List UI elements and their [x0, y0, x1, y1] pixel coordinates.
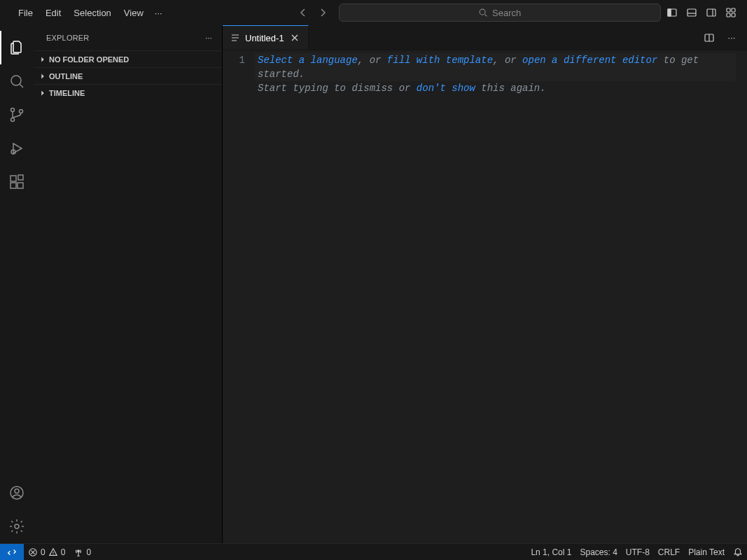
status-bar: 0 0 0 Ln 1, Col 1 Spaces: 4 UTF-8 CRLF P…	[0, 543, 747, 560]
radio-tower-icon	[74, 547, 83, 557]
editor-hint-text: , or	[358, 55, 387, 66]
activity-source-control[interactable]	[0, 98, 34, 132]
editor-hint-open-editor-link[interactable]: open a different editor	[522, 55, 657, 66]
files-icon	[8, 39, 25, 56]
gear-icon	[8, 518, 25, 535]
svg-point-13	[20, 110, 23, 113]
command-center-search[interactable]: Search	[339, 4, 661, 22]
editor-body[interactable]: 1 Select a language, or fill with templa…	[223, 50, 747, 543]
menu-file[interactable]: File	[13, 5, 39, 21]
tab-title: Untitled-1	[245, 33, 284, 43]
menu-edit[interactable]: Edit	[40, 5, 67, 21]
activity-run-debug[interactable]	[0, 132, 34, 165]
sidebar-section-timeline[interactable]: TIMELINE	[34, 84, 222, 101]
sidebar-section-label: OUTLINE	[49, 72, 83, 80]
menu-overflow[interactable]: ···	[151, 5, 167, 21]
tab-untitled-1[interactable]: Untitled-1	[223, 25, 309, 50]
sidebar-section-no-folder[interactable]: NO FOLDER OPENED	[34, 50, 222, 67]
sidebar-more-button[interactable]: ···	[202, 32, 215, 43]
svg-point-12	[11, 118, 15, 122]
tab-bar-actions: ···	[701, 25, 747, 50]
svg-rect-16	[11, 183, 16, 188]
svg-rect-18	[18, 175, 23, 180]
account-icon	[8, 484, 25, 501]
svg-rect-6	[732, 8, 735, 12]
customize-layout-button[interactable]	[722, 4, 739, 21]
editor-hint-text: Start typing to dismiss or	[258, 83, 417, 94]
search-placeholder: Search	[492, 8, 521, 18]
status-notifications[interactable]	[729, 544, 747, 560]
status-language-mode[interactable]: Plain Text	[684, 544, 729, 560]
toggle-primary-sidebar-button[interactable]	[664, 4, 680, 21]
sidebar-section-label: NO FOLDER OPENED	[49, 55, 129, 64]
sidebar-header: EXPLORER ···	[34, 25, 222, 50]
error-icon	[28, 547, 38, 557]
editor-hint-text: , or	[493, 55, 522, 66]
activity-accounts[interactable]	[0, 476, 34, 510]
editor-hint-select-language-link[interactable]: Select a language	[258, 55, 358, 66]
svg-point-20	[15, 489, 19, 493]
svg-rect-15	[11, 176, 16, 181]
status-warnings-count: 0	[61, 547, 66, 557]
status-ports[interactable]: 0	[69, 544, 95, 560]
nav-back-button[interactable]	[295, 5, 311, 20]
svg-point-11	[11, 108, 15, 112]
toggle-secondary-sidebar-button[interactable]	[703, 4, 720, 21]
editor-hint-fill-template-link[interactable]: fill with template	[387, 55, 493, 66]
menu-view[interactable]: View	[118, 5, 149, 21]
activity-settings[interactable]	[0, 510, 34, 543]
menu-bar: File Edit Selection View ···	[13, 5, 167, 21]
sidebar-section-outline[interactable]: OUTLINE	[34, 67, 222, 84]
status-cursor-position[interactable]: Ln 1, Col 1	[526, 544, 575, 560]
svg-rect-8	[732, 13, 735, 17]
nav-forward-button[interactable]	[315, 5, 330, 20]
editor-content[interactable]: Select a language, or fill with template…	[258, 53, 747, 543]
chevron-right-icon	[38, 88, 48, 98]
search-icon	[8, 73, 25, 90]
svg-point-21	[15, 524, 19, 528]
svg-point-0	[480, 9, 485, 15]
status-problems[interactable]: 0 0	[24, 544, 69, 560]
branch-icon	[8, 106, 25, 123]
status-errors-count: 0	[41, 547, 46, 557]
status-indentation[interactable]: Spaces: 4	[575, 544, 621, 560]
status-ports-count: 0	[86, 547, 91, 557]
explorer-sidebar: EXPLORER ··· NO FOLDER OPENED OUTLINE TI…	[34, 25, 223, 543]
line-number-gutter: 1	[223, 53, 258, 543]
tab-bar: Untitled-1 ···	[223, 25, 747, 50]
activity-explorer[interactable]	[0, 31, 34, 64]
status-eol[interactable]: CRLF	[654, 544, 684, 560]
layout-buttons	[664, 4, 739, 21]
chevron-right-icon	[38, 71, 48, 81]
svg-point-10	[11, 76, 21, 85]
remote-indicator[interactable]	[0, 544, 24, 561]
activity-extensions[interactable]	[0, 165, 34, 199]
svg-rect-4	[707, 9, 715, 16]
line-number: 1	[223, 53, 245, 67]
search-icon	[478, 8, 488, 18]
status-encoding[interactable]: UTF-8	[622, 544, 654, 560]
chevron-right-icon	[38, 55, 48, 64]
svg-rect-17	[18, 183, 23, 188]
editor-hint-text: this again.	[475, 83, 546, 94]
play-bug-icon	[8, 140, 25, 157]
activity-search[interactable]	[0, 64, 34, 98]
menu-selection[interactable]: Selection	[68, 5, 116, 21]
file-icon	[230, 32, 241, 43]
warning-icon	[48, 547, 58, 557]
sidebar-title: EXPLORER	[46, 34, 90, 42]
toggle-panel-button[interactable]	[683, 4, 700, 21]
nav-buttons	[295, 5, 330, 20]
svg-rect-3	[687, 9, 696, 16]
title-bar-right	[664, 0, 747, 25]
svg-rect-2	[668, 9, 671, 16]
title-bar: File Edit Selection View ··· Search	[0, 0, 747, 25]
svg-rect-7	[727, 13, 730, 17]
editor-more-button[interactable]: ···	[723, 29, 740, 46]
tab-close-button[interactable]	[288, 31, 301, 44]
split-editor-button[interactable]	[701, 29, 718, 46]
status-bar-right: Ln 1, Col 1 Spaces: 4 UTF-8 CRLF Plain T…	[526, 544, 747, 560]
editor-group: Untitled-1 ··· 1 Select a language, or f…	[223, 25, 747, 543]
editor-hint-dont-show-link[interactable]: don't show	[417, 83, 475, 94]
sidebar-section-label: TIMELINE	[49, 89, 85, 97]
